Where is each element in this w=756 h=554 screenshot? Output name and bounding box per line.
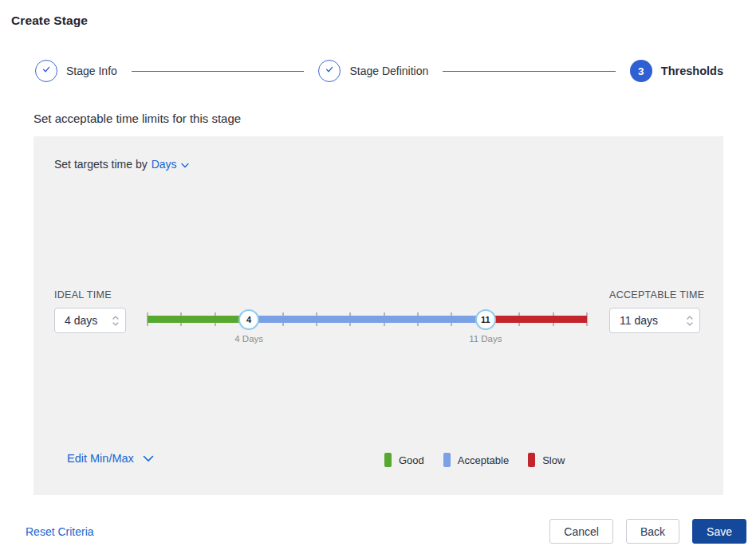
stepper-down-icon[interactable] (687, 322, 693, 326)
ideal-time-field: IDEAL TIME (54, 289, 148, 333)
legend-swatch-acceptable (443, 453, 451, 467)
legend-label-acceptable: Acceptable (458, 454, 509, 466)
save-button[interactable]: Save (692, 519, 746, 544)
thresholds-panel: Set targets time by Days IDEAL TIME (33, 136, 723, 495)
acceptable-time-input-box (609, 308, 700, 333)
legend-swatch-good (384, 453, 392, 467)
chevron-down-icon (181, 158, 189, 171)
legend-item-acceptable: Acceptable (443, 453, 509, 467)
unit-dropdown-value: Days (152, 158, 177, 171)
slider-handle-ideal[interactable]: 4 (238, 309, 259, 330)
acceptable-time-stepper (687, 316, 693, 326)
ideal-time-label: IDEAL TIME (54, 289, 148, 301)
slider-segment-good (148, 316, 249, 323)
unit-dropdown[interactable]: Days (152, 158, 189, 171)
ideal-time-stepper (112, 316, 119, 326)
slider-handle-acceptable[interactable]: 11 (475, 309, 496, 330)
step-thresholds-label: Thresholds (661, 65, 723, 77)
threshold-slider[interactable]: 44 Days1111 Days (148, 289, 587, 345)
stepper-up-icon[interactable] (687, 316, 693, 320)
reset-criteria-link[interactable]: Reset Criteria (26, 525, 94, 538)
acceptable-time-input[interactable] (620, 314, 682, 327)
edit-minmax-label: Edit Min/Max (67, 452, 134, 465)
slider-segment-slow (486, 316, 587, 323)
step-stage-definition-label: Stage Definition (349, 65, 428, 77)
cancel-button[interactable]: Cancel (549, 519, 613, 544)
slider-segment-acceptable (249, 316, 486, 323)
ideal-time-input[interactable] (65, 314, 108, 327)
stepper-connector (132, 71, 305, 72)
step-stage-info-check-circle (35, 60, 57, 82)
threshold-controls-row: IDEAL TIME 44 Days1111 Days ACCEPTABLE T… (54, 289, 703, 345)
chevron-down-icon (143, 452, 154, 465)
stepper-connector (443, 71, 616, 72)
step-thresholds[interactable]: 3 Thresholds (630, 60, 723, 82)
stepper-up-icon[interactable] (112, 316, 119, 320)
set-targets-label: Set targets time by (54, 158, 148, 171)
stepper: Stage Info Stage Definition 3 Thresholds (35, 60, 723, 82)
panel-footer: Edit Min/Max Good Acceptable Slow (54, 452, 703, 471)
legend-item-slow: Slow (528, 453, 565, 467)
edit-minmax-link[interactable]: Edit Min/Max (67, 452, 154, 465)
step-stage-definition[interactable]: Stage Definition (318, 60, 428, 82)
step-thresholds-number-circle: 3 (630, 60, 652, 82)
legend-label-slow: Slow (542, 454, 565, 466)
checkmark-icon (41, 64, 52, 78)
slider-track[interactable]: 44 Days1111 Days (148, 316, 587, 323)
legend-label-good: Good (399, 454, 424, 466)
stepper-down-icon[interactable] (112, 322, 119, 326)
acceptable-time-field: ACCEPTABLE TIME (609, 289, 703, 333)
section-heading: Set acceptable time limits for this stag… (33, 112, 241, 125)
slider-legend: Good Acceptable Slow (384, 453, 584, 467)
step-stage-info-label: Stage Info (66, 65, 117, 77)
slider-handle-label-acceptable: 11 Days (469, 334, 502, 344)
checkmark-icon (324, 64, 335, 78)
set-targets-row: Set targets time by Days (54, 158, 189, 171)
step-stage-info[interactable]: Stage Info (35, 60, 117, 82)
acceptable-time-label: ACCEPTABLE TIME (609, 289, 703, 301)
ideal-time-input-box (54, 308, 126, 333)
back-button[interactable]: Back (626, 519, 679, 544)
slider-handle-label-ideal: 4 Days (234, 334, 263, 344)
page-title: Create Stage (11, 14, 88, 28)
footer-button-row: Cancel Back Save (549, 519, 746, 544)
legend-swatch-slow (528, 453, 535, 467)
step-stage-definition-check-circle (318, 60, 341, 82)
legend-item-good: Good (384, 453, 424, 467)
